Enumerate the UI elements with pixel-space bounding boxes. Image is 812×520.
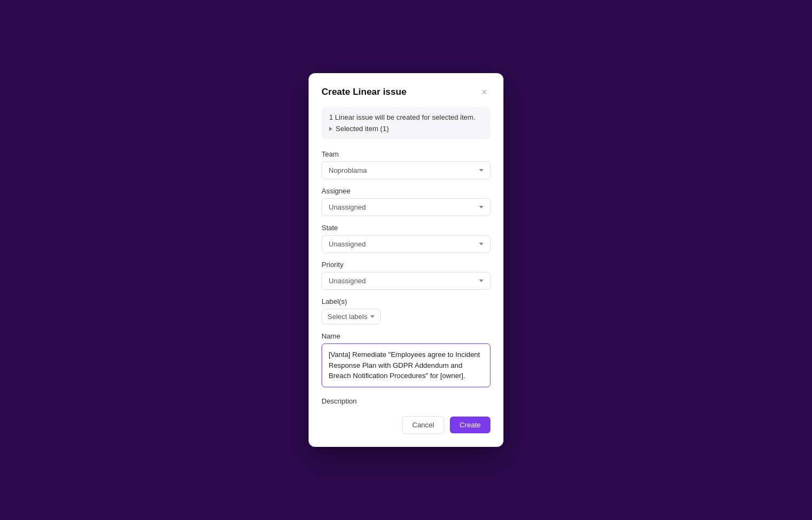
description-label: Description: [322, 397, 490, 405]
chevron-down-icon: [479, 169, 483, 172]
priority-field-group: Priority Unassigned: [322, 261, 490, 290]
name-label: Name: [322, 332, 490, 340]
team-label: Team: [322, 150, 490, 158]
state-dropdown[interactable]: Unassigned: [322, 235, 490, 253]
chevron-down-icon: [479, 243, 483, 245]
chevron-right-icon: [329, 127, 332, 131]
select-labels-text: Select labels: [328, 313, 368, 321]
chevron-down-icon: [479, 206, 483, 209]
name-textarea[interactable]: [322, 343, 490, 387]
create-button[interactable]: Create: [450, 417, 490, 433]
chevron-down-icon: [370, 315, 375, 318]
team-dropdown[interactable]: Noproblama: [322, 161, 490, 179]
description-field-group: Description: [322, 397, 490, 405]
modal-footer: Cancel Create: [322, 416, 490, 434]
labels-field-group: Label(s) Select labels: [322, 297, 490, 324]
selected-item-row[interactable]: Selected item (1): [329, 125, 483, 133]
modal-header: Create Linear issue ×: [322, 86, 490, 98]
priority-label: Priority: [322, 261, 490, 269]
modal-overlay: Create Linear issue × 1 Linear issue wil…: [0, 0, 812, 520]
create-linear-issue-modal: Create Linear issue × 1 Linear issue wil…: [309, 73, 503, 447]
info-banner-text: 1 Linear issue will be created for selec…: [329, 113, 483, 121]
state-label: State: [322, 224, 490, 232]
state-field-group: State Unassigned: [322, 224, 490, 253]
labels-label: Label(s): [322, 297, 490, 306]
name-field-group: Name: [322, 332, 490, 389]
team-value: Noproblama: [329, 166, 367, 174]
assignee-dropdown[interactable]: Unassigned: [322, 198, 490, 216]
assignee-label: Assignee: [322, 187, 490, 195]
assignee-field-group: Assignee Unassigned: [322, 187, 490, 216]
chevron-down-icon: [479, 280, 483, 282]
info-banner: 1 Linear issue will be created for selec…: [322, 107, 490, 139]
team-field-group: Team Noproblama: [322, 150, 490, 179]
state-value: Unassigned: [329, 240, 366, 248]
priority-value: Unassigned: [329, 277, 366, 285]
priority-dropdown[interactable]: Unassigned: [322, 272, 490, 290]
selected-item-label: Selected item (1): [336, 125, 389, 133]
modal-title: Create Linear issue: [322, 87, 407, 98]
select-labels-button[interactable]: Select labels: [322, 309, 381, 324]
cancel-button[interactable]: Cancel: [402, 416, 444, 434]
assignee-value: Unassigned: [329, 203, 366, 211]
close-button[interactable]: ×: [478, 86, 490, 98]
